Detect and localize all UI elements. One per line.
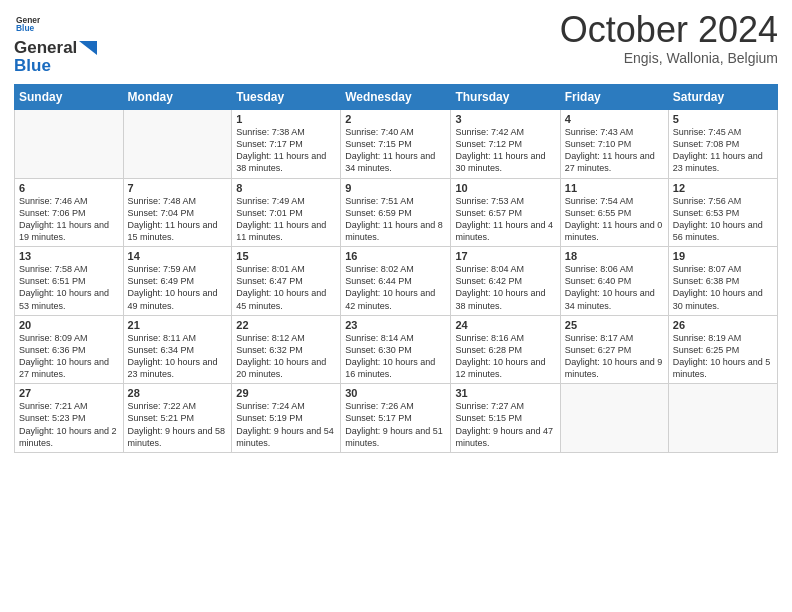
day-number: 11 (565, 182, 664, 194)
day-info: Sunrise: 7:51 AMSunset: 6:59 PMDaylight:… (345, 195, 446, 244)
day-info: Sunrise: 7:53 AMSunset: 6:57 PMDaylight:… (455, 195, 555, 244)
weekday-header-sunday: Sunday (15, 85, 124, 110)
day-number: 9 (345, 182, 446, 194)
day-info: Sunrise: 7:46 AMSunset: 7:06 PMDaylight:… (19, 195, 119, 244)
calendar-cell: 19Sunrise: 8:07 AMSunset: 6:38 PMDayligh… (668, 247, 777, 316)
weekday-header-tuesday: Tuesday (232, 85, 341, 110)
calendar-page: General Blue General Blue October 2024 E… (0, 0, 792, 612)
day-number: 22 (236, 319, 336, 331)
calendar-cell: 3Sunrise: 7:42 AMSunset: 7:12 PMDaylight… (451, 110, 560, 179)
location: Engis, Wallonia, Belgium (560, 50, 778, 66)
calendar-cell: 28Sunrise: 7:22 AMSunset: 5:21 PMDayligh… (123, 384, 232, 453)
day-info: Sunrise: 8:12 AMSunset: 6:32 PMDaylight:… (236, 332, 336, 381)
svg-marker-3 (79, 41, 97, 55)
calendar-week-row: 13Sunrise: 7:58 AMSunset: 6:51 PMDayligh… (15, 247, 778, 316)
calendar-cell: 10Sunrise: 7:53 AMSunset: 6:57 PMDayligh… (451, 178, 560, 247)
calendar-cell: 14Sunrise: 7:59 AMSunset: 6:49 PMDayligh… (123, 247, 232, 316)
day-number: 28 (128, 387, 228, 399)
calendar-table: SundayMondayTuesdayWednesdayThursdayFrid… (14, 84, 778, 453)
calendar-cell: 18Sunrise: 8:06 AMSunset: 6:40 PMDayligh… (560, 247, 668, 316)
day-number: 29 (236, 387, 336, 399)
day-info: Sunrise: 8:16 AMSunset: 6:28 PMDaylight:… (455, 332, 555, 381)
calendar-cell: 26Sunrise: 8:19 AMSunset: 6:25 PMDayligh… (668, 315, 777, 384)
calendar-cell: 31Sunrise: 7:27 AMSunset: 5:15 PMDayligh… (451, 384, 560, 453)
title-block: October 2024 Engis, Wallonia, Belgium (560, 10, 778, 66)
day-number: 10 (455, 182, 555, 194)
day-number: 24 (455, 319, 555, 331)
day-info: Sunrise: 7:27 AMSunset: 5:15 PMDaylight:… (455, 400, 555, 449)
day-info: Sunrise: 7:48 AMSunset: 7:04 PMDaylight:… (128, 195, 228, 244)
calendar-cell (668, 384, 777, 453)
day-info: Sunrise: 8:04 AMSunset: 6:42 PMDaylight:… (455, 263, 555, 312)
header: General Blue General Blue October 2024 E… (14, 10, 778, 76)
day-number: 8 (236, 182, 336, 194)
weekday-header-wednesday: Wednesday (341, 85, 451, 110)
day-number: 26 (673, 319, 773, 331)
day-number: 14 (128, 250, 228, 262)
day-info: Sunrise: 7:59 AMSunset: 6:49 PMDaylight:… (128, 263, 228, 312)
calendar-cell: 25Sunrise: 8:17 AMSunset: 6:27 PMDayligh… (560, 315, 668, 384)
calendar-cell: 22Sunrise: 8:12 AMSunset: 6:32 PMDayligh… (232, 315, 341, 384)
logo-general: General (14, 38, 77, 58)
day-number: 23 (345, 319, 446, 331)
calendar-cell: 23Sunrise: 8:14 AMSunset: 6:30 PMDayligh… (341, 315, 451, 384)
day-number: 2 (345, 113, 446, 125)
calendar-cell: 13Sunrise: 7:58 AMSunset: 6:51 PMDayligh… (15, 247, 124, 316)
day-number: 15 (236, 250, 336, 262)
day-info: Sunrise: 8:01 AMSunset: 6:47 PMDaylight:… (236, 263, 336, 312)
day-info: Sunrise: 7:49 AMSunset: 7:01 PMDaylight:… (236, 195, 336, 244)
calendar-cell (123, 110, 232, 179)
day-info: Sunrise: 7:21 AMSunset: 5:23 PMDaylight:… (19, 400, 119, 449)
day-info: Sunrise: 7:54 AMSunset: 6:55 PMDaylight:… (565, 195, 664, 244)
calendar-cell: 5Sunrise: 7:45 AMSunset: 7:08 PMDaylight… (668, 110, 777, 179)
day-number: 31 (455, 387, 555, 399)
day-number: 27 (19, 387, 119, 399)
day-number: 17 (455, 250, 555, 262)
calendar-week-row: 1Sunrise: 7:38 AMSunset: 7:17 PMDaylight… (15, 110, 778, 179)
day-info: Sunrise: 8:14 AMSunset: 6:30 PMDaylight:… (345, 332, 446, 381)
calendar-cell (15, 110, 124, 179)
weekday-header-thursday: Thursday (451, 85, 560, 110)
day-info: Sunrise: 7:24 AMSunset: 5:19 PMDaylight:… (236, 400, 336, 449)
weekday-header-row: SundayMondayTuesdayWednesdayThursdayFrid… (15, 85, 778, 110)
day-info: Sunrise: 7:58 AMSunset: 6:51 PMDaylight:… (19, 263, 119, 312)
calendar-cell: 16Sunrise: 8:02 AMSunset: 6:44 PMDayligh… (341, 247, 451, 316)
day-number: 1 (236, 113, 336, 125)
calendar-cell: 8Sunrise: 7:49 AMSunset: 7:01 PMDaylight… (232, 178, 341, 247)
calendar-cell: 6Sunrise: 7:46 AMSunset: 7:06 PMDaylight… (15, 178, 124, 247)
calendar-cell: 27Sunrise: 7:21 AMSunset: 5:23 PMDayligh… (15, 384, 124, 453)
calendar-cell: 30Sunrise: 7:26 AMSunset: 5:17 PMDayligh… (341, 384, 451, 453)
day-number: 30 (345, 387, 446, 399)
calendar-cell: 20Sunrise: 8:09 AMSunset: 6:36 PMDayligh… (15, 315, 124, 384)
day-info: Sunrise: 8:19 AMSunset: 6:25 PMDaylight:… (673, 332, 773, 381)
day-info: Sunrise: 8:09 AMSunset: 6:36 PMDaylight:… (19, 332, 119, 381)
day-info: Sunrise: 7:38 AMSunset: 7:17 PMDaylight:… (236, 126, 336, 175)
calendar-cell: 21Sunrise: 8:11 AMSunset: 6:34 PMDayligh… (123, 315, 232, 384)
calendar-week-row: 6Sunrise: 7:46 AMSunset: 7:06 PMDaylight… (15, 178, 778, 247)
weekday-header-friday: Friday (560, 85, 668, 110)
logo-arrow-icon (79, 41, 97, 55)
day-number: 7 (128, 182, 228, 194)
day-number: 18 (565, 250, 664, 262)
calendar-week-row: 20Sunrise: 8:09 AMSunset: 6:36 PMDayligh… (15, 315, 778, 384)
calendar-cell (560, 384, 668, 453)
weekday-header-monday: Monday (123, 85, 232, 110)
calendar-cell: 7Sunrise: 7:48 AMSunset: 7:04 PMDaylight… (123, 178, 232, 247)
day-number: 21 (128, 319, 228, 331)
day-info: Sunrise: 8:06 AMSunset: 6:40 PMDaylight:… (565, 263, 664, 312)
calendar-cell: 15Sunrise: 8:01 AMSunset: 6:47 PMDayligh… (232, 247, 341, 316)
calendar-cell: 4Sunrise: 7:43 AMSunset: 7:10 PMDaylight… (560, 110, 668, 179)
day-number: 13 (19, 250, 119, 262)
day-number: 19 (673, 250, 773, 262)
svg-text:Blue: Blue (16, 23, 35, 33)
logo: General Blue General Blue (14, 14, 97, 76)
calendar-cell: 29Sunrise: 7:24 AMSunset: 5:19 PMDayligh… (232, 384, 341, 453)
day-info: Sunrise: 8:07 AMSunset: 6:38 PMDaylight:… (673, 263, 773, 312)
day-number: 4 (565, 113, 664, 125)
day-number: 16 (345, 250, 446, 262)
calendar-cell: 1Sunrise: 7:38 AMSunset: 7:17 PMDaylight… (232, 110, 341, 179)
day-info: Sunrise: 7:43 AMSunset: 7:10 PMDaylight:… (565, 126, 664, 175)
day-info: Sunrise: 7:56 AMSunset: 6:53 PMDaylight:… (673, 195, 773, 244)
calendar-cell: 11Sunrise: 7:54 AMSunset: 6:55 PMDayligh… (560, 178, 668, 247)
calendar-cell: 2Sunrise: 7:40 AMSunset: 7:15 PMDaylight… (341, 110, 451, 179)
